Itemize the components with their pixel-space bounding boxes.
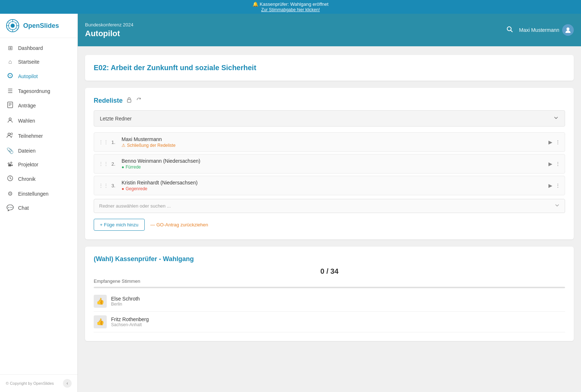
more-options-button[interactable]: ⋮	[555, 161, 560, 167]
svg-point-21	[567, 27, 569, 30]
sidebar-item-teilnehmer[interactable]: Teilnehmer	[0, 128, 77, 144]
dropdown-chevron-icon	[555, 203, 560, 209]
speaker-tag: ● Fürrede	[122, 165, 141, 170]
election-card: (Wahl) Kassenprüfer - Wahlgang 0 / 34 Em…	[85, 247, 574, 341]
sidebar-item-label: Einstellungen	[18, 191, 48, 197]
speaker-search-dropdown[interactable]: Redner auswählen oder suchen ...	[94, 199, 565, 213]
search-placeholder: Redner auswählen oder suchen ...	[99, 203, 171, 209]
withdraw-button[interactable]: — GO-Antrag zurückziehen	[149, 219, 210, 231]
tag-text: Fürrede	[126, 165, 141, 170]
speaker-info: Benno Weinmann (Niedersachsen) ● Fürrede	[122, 158, 546, 170]
voter-info: Else Schroth Berlin	[111, 296, 140, 307]
sidebar-item-label: Projektor	[18, 162, 38, 167]
sidebar-item-dashboard[interactable]: ⊞ Dashboard	[0, 41, 77, 55]
sidebar-item-label: Anträge	[18, 103, 36, 108]
voter-region: Berlin	[111, 302, 140, 307]
sidebar-item-autopilot[interactable]: Autopilot	[0, 69, 77, 84]
play-button[interactable]: ▶	[548, 161, 552, 167]
sidebar-item-chat[interactable]: 💬 Chat	[0, 201, 77, 215]
refresh-icon[interactable]	[136, 97, 142, 105]
play-button[interactable]: ▶	[548, 139, 552, 145]
speaker-row: ⋮⋮ 1. Maxi Mustermann ⚠ Schließung der R…	[94, 132, 565, 152]
election-title: (Wahl) Kassenprüfer - Wahlgang	[94, 255, 565, 263]
speaker-number: 3.	[111, 183, 119, 188]
notification-line1: 🔔 Kassenprüfer: Wahlgang eröffnet	[253, 1, 328, 7]
list-icon: ☰	[7, 88, 14, 94]
sidebar-item-wahlen[interactable]: Wahlen	[0, 113, 77, 128]
sidebar-item-label: Dashboard	[18, 45, 43, 51]
sidebar-item-dateien[interactable]: 📎 Dateien	[0, 144, 77, 158]
play-button[interactable]: ▶	[548, 183, 552, 188]
people-icon	[7, 132, 14, 140]
speaker-actions: ▶ ⋮	[548, 161, 560, 167]
collapse-icon: ‹	[67, 381, 68, 386]
letzte-redner-toggle[interactable]: Letzte Redner	[94, 110, 565, 127]
speaker-number: 2.	[111, 161, 119, 167]
notification-bar: 🔔 Kassenprüfer: Wahlgang eröffnet Zur St…	[0, 0, 581, 14]
home-icon: ⌂	[7, 59, 14, 65]
more-options-button[interactable]: ⋮	[555, 183, 560, 188]
collapse-sidebar-button[interactable]: ‹	[63, 379, 72, 388]
speaker-tag: ● Gegenrede	[122, 186, 147, 191]
sidebar-item-label: Chat	[18, 205, 29, 211]
letzte-redner-label: Letzte Redner	[100, 116, 132, 122]
sidebar-item-antraege[interactable]: Anträge	[0, 98, 77, 113]
warning-icon: ⚠	[122, 143, 126, 148]
svg-line-9	[16, 22, 18, 24]
search-button[interactable]	[506, 26, 513, 35]
speaker-name: Maxi Mustermann	[122, 136, 546, 142]
sidebar-nav: ⊞ Dashboard ⌂ Startseite Autopilot ☰ Tag…	[0, 38, 77, 374]
more-options-button[interactable]: ⋮	[555, 139, 560, 145]
logo-text: OpenSlides	[23, 22, 59, 30]
svg-line-7	[8, 22, 10, 24]
tag-text: Schließung der Redeliste	[127, 143, 175, 148]
action-buttons: + Füge mich hinzu — GO-Antrag zurückzieh…	[94, 219, 565, 231]
speaker-actions: ▶ ⋮	[548, 183, 560, 188]
svg-line-10	[8, 28, 10, 30]
settings-icon: ⚙	[7, 190, 14, 197]
grid-icon: ⊞	[7, 44, 14, 51]
autopilot-icon	[7, 72, 14, 80]
vote-count: 0 / 34	[94, 267, 565, 276]
page-title: Autopilot	[85, 29, 133, 38]
svg-line-20	[510, 30, 512, 32]
speaker-info: Kristin Reinhardt (Niedersachsen) ● Gege…	[122, 180, 546, 191]
user-menu[interactable]: Maxi Mustermann	[519, 24, 574, 36]
redeliste-card: Redeliste Letzt	[85, 88, 574, 239]
sidebar-item-label: Tagesordnung	[18, 88, 50, 94]
sidebar-item-tagesordnung[interactable]: ☰ Tagesordnung	[0, 84, 77, 98]
thumbs-up-icon: 👍	[94, 315, 107, 328]
speaker-info: Maxi Mustermann ⚠ Schließung der Redelis…	[122, 136, 546, 148]
voter-info: Fritz Rothenberg Sachsen-Anhalt	[111, 316, 149, 327]
vote-progress-bar	[94, 287, 565, 288]
chevron-down-icon	[553, 115, 559, 122]
drag-handle-icon[interactable]: ⋮⋮	[98, 139, 109, 145]
success-dot-icon: ●	[122, 165, 124, 170]
document-icon	[7, 102, 14, 110]
user-avatar	[562, 24, 574, 36]
sidebar-item-chronik[interactable]: Chronik	[0, 171, 77, 187]
sidebar-item-projektor[interactable]: 📽 Projektor	[0, 158, 77, 171]
drag-handle-icon[interactable]: ⋮⋮	[98, 161, 109, 167]
svg-point-16	[8, 133, 10, 135]
voter-row: 👍 Fritz Rothenberg Sachsen-Anhalt	[94, 312, 565, 332]
redeliste-header: Redeliste	[94, 97, 565, 105]
speaker-number: 1.	[111, 140, 119, 145]
person-icon	[7, 117, 14, 125]
user-name: Maxi Mustermann	[519, 27, 559, 33]
main-area: Bundeskonferenz 2024 Autopilot Maxi Must…	[78, 14, 581, 392]
speaker-row: ⋮⋮ 3. Kristin Reinhardt (Niedersachsen) …	[94, 176, 565, 195]
sidebar: OpenSlides ⊞ Dashboard ⌂ Startseite Auto…	[0, 14, 78, 392]
sidebar-item-startseite[interactable]: ⌂ Startseite	[0, 55, 77, 69]
add-myself-button[interactable]: + Füge mich hinzu	[94, 219, 145, 231]
notification-line2[interactable]: Zur Stimmabgabe hier klicken!	[261, 7, 320, 12]
drag-handle-icon[interactable]: ⋮⋮	[98, 183, 109, 188]
lock-icon[interactable]	[126, 97, 132, 104]
conference-name: Bundeskonferenz 2024	[85, 22, 133, 27]
sidebar-item-einstellungen[interactable]: ⚙ Einstellungen	[0, 187, 77, 201]
sidebar-item-label: Startseite	[18, 59, 39, 65]
speaker-row: ⋮⋮ 2. Benno Weinmann (Niedersachsen) ● F…	[94, 154, 565, 174]
projector-icon: 📽	[7, 161, 14, 168]
voter-row: 👍 Else Schroth Berlin	[94, 291, 565, 312]
openslides-logo	[6, 19, 20, 33]
